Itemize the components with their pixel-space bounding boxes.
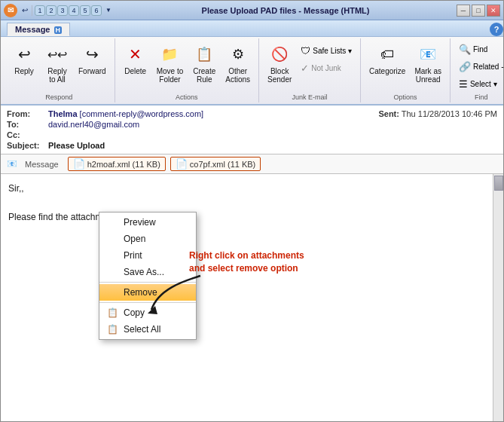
block-sender-icon: 🚫 <box>267 42 292 66</box>
options-label: Options <box>393 93 417 101</box>
ctx-open-label: Open <box>124 234 145 244</box>
message-body: Sir,, Please find the attachments Previe… <box>1 174 503 421</box>
find-icon: 🔍 <box>459 44 471 55</box>
not-junk-button[interactable]: ✓ Not Junk <box>297 60 356 76</box>
scrollbar[interactable] <box>493 174 503 421</box>
other-actions-button[interactable]: ⚙ OtherActions <box>221 40 254 86</box>
categorize-button[interactable]: 🏷 Categorize <box>365 40 409 78</box>
attachment-1[interactable]: 📄 h2moaf.xml (11 KB) <box>68 157 166 171</box>
safe-lists-icon: 🛡 <box>301 45 310 57</box>
categorize-icon: 🏷 <box>375 42 399 66</box>
options-group: 🏷 Categorize 📧 Mark asUnread Options <box>361 38 451 102</box>
find-label: Find <box>475 93 488 101</box>
annotation: Right click on attachments and select re… <box>189 249 310 275</box>
annotation-arrow <box>144 272 204 317</box>
attach-1-name: h2moaf.xml (11 KB) <box>87 160 160 169</box>
ctx-preview-label: Preview <box>124 217 156 228</box>
subject-label: Subject: <box>7 141 48 150</box>
subject-row: Subject: Please Upload <box>7 140 497 151</box>
ctx-copy-label: Copy <box>124 307 145 318</box>
maximize-button[interactable]: □ <box>472 5 485 17</box>
reply-icon: ↩ <box>12 42 36 66</box>
attach-1-icon: 📄 <box>73 158 85 170</box>
from-name: Thelma [comment-reply@wordpress.com] <box>48 109 203 118</box>
mark-unread-button[interactable]: 📧 Mark asUnread <box>411 40 445 86</box>
folder-icon: 📁 <box>157 42 182 66</box>
related-icon: 🔗 <box>459 61 471 72</box>
qat-back[interactable]: ↩ <box>20 5 32 17</box>
qat-4[interactable]: 4 <box>69 5 79 16</box>
ctx-preview[interactable]: Preview <box>99 214 196 231</box>
reply-button[interactable]: ↩ Reply <box>8 40 40 78</box>
block-sender-button[interactable]: 🚫 BlockSender <box>264 40 295 86</box>
not-junk-icon: ✓ <box>301 63 309 74</box>
attach-message-label: Message <box>25 160 59 169</box>
junk-email-label: Junk E-mail <box>292 93 328 101</box>
annotation-text: Right click on attachments and select re… <box>189 249 310 275</box>
select-icon: ☰ <box>459 78 468 90</box>
window-title: Please Upload PAD files - Message (HTML) <box>115 6 457 15</box>
tab-message[interactable]: Message H <box>7 23 70 36</box>
to-label: To: <box>7 120 48 129</box>
help-button[interactable]: ? <box>490 23 503 36</box>
ribbon-tabs: Message H ? <box>1 20 503 37</box>
attach-2-icon: 📄 <box>176 158 188 170</box>
to-email: david.nerl40@gmail.com <box>48 120 139 129</box>
body-line2: Please find the attachments <box>8 210 496 225</box>
move-to-folder-button[interactable]: 📁 Move toFolder <box>153 40 188 86</box>
close-button[interactable]: ✕ <box>487 5 500 17</box>
minimize-button[interactable]: ─ <box>457 5 470 17</box>
related-button[interactable]: 🔗 Related - <box>455 59 504 75</box>
reply-all-button[interactable]: ↩↩ Replyto All <box>41 40 73 86</box>
ctx-select-all-icon: 📋 <box>105 324 119 335</box>
actions-group: ✕ Delete 📁 Move toFolder 📋 CreateRule ⚙ … <box>115 38 259 102</box>
mark-unread-icon: 📧 <box>416 42 440 66</box>
select-button[interactable]: ☰ Select ▾ <box>455 76 504 92</box>
find-button[interactable]: 🔍 Find <box>455 41 504 57</box>
delete-button[interactable]: ✕ Delete <box>120 40 151 78</box>
safe-lists-button[interactable]: 🛡 Safe Lists ▾ <box>297 43 356 59</box>
ctx-open[interactable]: Open <box>99 231 196 247</box>
window-controls: ─ □ ✕ <box>457 5 500 17</box>
respond-group: ↩ Reply ↩↩ Replyto All ↪ Forward Respond <box>4 38 115 102</box>
from-row: From: Thelma [comment-reply@wordpress.co… <box>7 109 497 119</box>
attachment-label: 📧 <box>7 159 17 169</box>
cc-row: Cc: <box>7 130 497 140</box>
qat-2[interactable]: 2 <box>46 5 57 16</box>
find-group: 🔍 Find 🔗 Related - ☰ Select ▾ Find <box>451 38 504 102</box>
ctx-print-label: Print <box>124 250 142 261</box>
qat-5[interactable]: 5 <box>80 5 90 16</box>
delete-icon: ✕ <box>124 42 148 66</box>
respond-label: Respond <box>45 93 72 101</box>
attachment-2[interactable]: 📄 co7pf.xml (11 KB) <box>170 157 261 171</box>
create-rule-button[interactable]: 📋 CreateRule <box>188 40 220 86</box>
title-bar: ✉ ↩ 1 2 3 4 5 6 ▼ Please Upload PAD file… <box>1 1 503 20</box>
app-icon: ✉ <box>4 4 17 17</box>
attachment-bar: 📧 Message 📄 h2moaf.xml (11 KB) 📄 co7pf.x… <box>1 154 503 174</box>
forward-button[interactable]: ↪ Forward <box>75 40 110 78</box>
qat-6[interactable]: 6 <box>91 5 102 16</box>
message-header: From: Thelma [comment-reply@wordpress.co… <box>1 106 503 154</box>
subject-value: Please Upload <box>48 141 105 150</box>
ribbon-toolbar: ↩ Reply ↩↩ Replyto All ↪ Forward Respond… <box>1 37 503 106</box>
forward-icon: ↪ <box>80 42 104 66</box>
reply-all-icon: ↩↩ <box>45 42 69 66</box>
attach-2-name: co7pf.xml (11 KB) <box>190 160 255 169</box>
sent-date: Sent: Thu 11/28/2013 10:46 PM <box>378 109 497 118</box>
qat-3[interactable]: 3 <box>57 5 68 16</box>
ctx-copy-icon: 📋 <box>105 307 119 318</box>
junk-email-group: 🚫 BlockSender 🛡 Safe Lists ▾ ✓ Not Junk … <box>259 38 361 102</box>
ctx-select-all[interactable]: 📋 Select All <box>99 321 196 338</box>
qat-1[interactable]: 1 <box>35 5 45 16</box>
scrollbar-thumb[interactable] <box>494 176 503 191</box>
actions-label: Actions <box>176 93 198 101</box>
to-row: To: david.nerl40@gmail.com <box>7 119 497 130</box>
from-label: From: <box>7 109 48 118</box>
body-line1: Sir,, <box>8 182 496 196</box>
ctx-select-all-label: Select All <box>124 324 160 335</box>
ctx-print[interactable]: Print <box>99 247 196 264</box>
create-rule-icon: 📋 <box>192 42 216 66</box>
qat-dropdown[interactable]: ▼ <box>102 5 115 17</box>
email-window: ✉ ↩ 1 2 3 4 5 6 ▼ Please Upload PAD file… <box>0 0 504 422</box>
other-actions-icon: ⚙ <box>226 42 250 66</box>
